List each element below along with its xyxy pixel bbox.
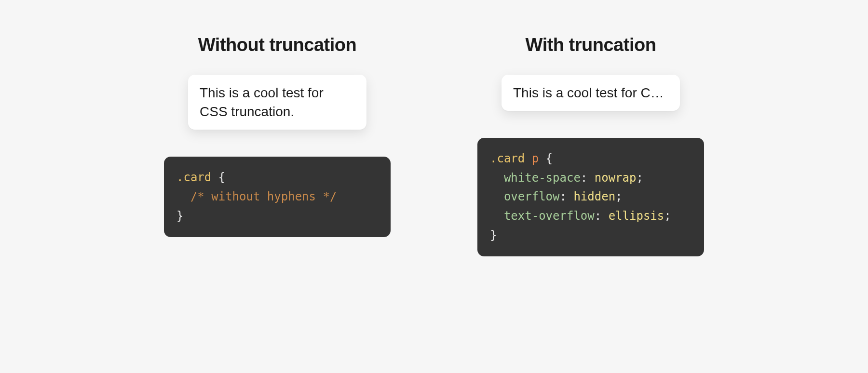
code-comment: /* without hyphens */ bbox=[190, 190, 337, 203]
code-val: nowrap bbox=[595, 171, 637, 185]
code-brace-close: } bbox=[176, 209, 183, 223]
code-prop: overflow bbox=[504, 190, 560, 203]
code-prop: text-overflow bbox=[504, 209, 595, 223]
comparison-wrapper: Without truncation This is a cool test f… bbox=[0, 0, 868, 256]
code-brace-close: } bbox=[490, 228, 497, 242]
code-selector: .card bbox=[176, 171, 211, 184]
example-card-with-truncation: This is a cool test for CSS truncation. bbox=[502, 75, 680, 111]
code-prop: white-space bbox=[504, 171, 581, 185]
card-text: This is a cool test for CSS truncation. bbox=[513, 83, 668, 102]
column-with-truncation: With truncation This is a cool test for … bbox=[477, 35, 704, 256]
code-val: hidden bbox=[573, 190, 615, 203]
example-card-without-truncation: This is a cool test for CSS truncation. bbox=[188, 75, 366, 130]
code-brace-open: { bbox=[539, 152, 553, 165]
heading-without-truncation: Without truncation bbox=[198, 35, 356, 55]
code-selector: .card bbox=[490, 152, 525, 165]
card-text: This is a cool test for CSS truncation. bbox=[200, 83, 355, 121]
heading-with-truncation: With truncation bbox=[526, 35, 656, 55]
code-brace-open: { bbox=[211, 171, 225, 184]
code-block-without-truncation: .card { /* without hyphens */ } bbox=[164, 157, 391, 237]
code-block-with-truncation: .card p { white-space: nowrap; overflow:… bbox=[477, 138, 704, 256]
column-without-truncation: Without truncation This is a cool test f… bbox=[164, 35, 391, 256]
code-val: ellipsis bbox=[609, 209, 665, 223]
code-tag: p bbox=[532, 152, 539, 165]
